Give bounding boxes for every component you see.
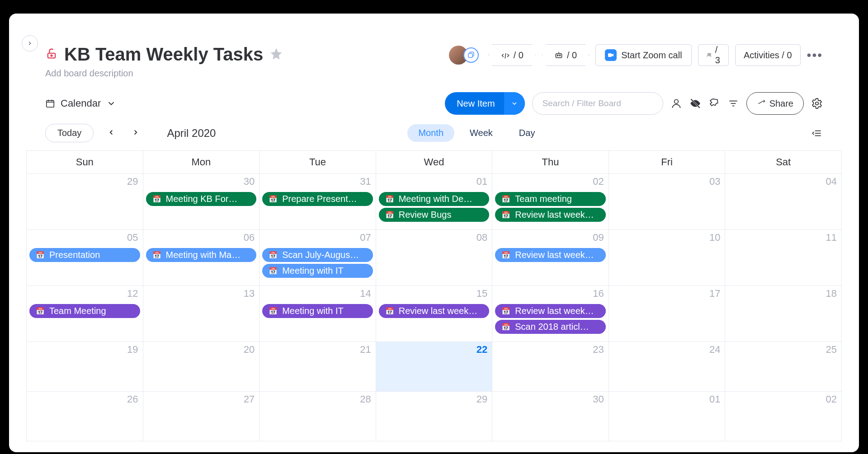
calendar-event[interactable]: 📅Review last week… [379,304,490,318]
day-number: 30 [244,176,255,187]
automations-button[interactable]: / 0 [542,44,589,66]
calendar-event[interactable]: 📅Prepare Present… [262,192,373,206]
settings-icon[interactable] [811,98,823,109]
calendar-cell[interactable]: 06📅Meeting with Ma… [143,230,260,286]
calendar-event[interactable]: 📅Review last week… [495,248,606,262]
board-owner[interactable] [449,46,479,65]
calendar-event[interactable]: 📅Meeting with De… [379,192,490,206]
day-number: 06 [244,232,255,243]
today-button[interactable]: Today [45,124,94,142]
view-tab-month[interactable]: Month [407,124,454,142]
event-label: Prepare Present… [282,194,357,204]
calendar-cell[interactable]: 16📅Review last week…📅Scan 2018 articl… [492,286,609,342]
calendar-cell[interactable]: 07📅Scan July-Augus…📅Meeting with IT [259,230,376,286]
calendar-event[interactable]: 📅Meeting with IT [262,264,373,278]
pin-icon[interactable] [708,98,720,109]
calendar-event[interactable]: 📅Team meeting [495,192,606,206]
day-number: 03 [709,176,720,187]
calendar-cell[interactable]: 08 [376,230,493,286]
calendar-event[interactable]: 📅Review Bugs [379,208,490,222]
calendar-cell[interactable]: 04 [725,174,842,230]
view-selector[interactable]: Calendar [45,98,116,109]
calendar-event[interactable]: 📅Review last week… [495,304,606,318]
day-number: 15 [476,288,487,300]
calendar-cell[interactable]: 14📅Meeting with IT [259,286,376,342]
filter-icon[interactable] [727,98,739,109]
calendar-cell[interactable]: 23 [492,342,609,392]
calendar-cell[interactable]: 12📅Team Meeting [27,286,143,342]
calendar-cell[interactable]: 22 [376,342,493,392]
calendar-cell[interactable]: 30 [492,392,609,441]
event-calendar-icon: 📅 [36,307,45,315]
calendar-cell[interactable]: 26 [27,392,143,441]
calendar-event[interactable]: 📅Scan 2018 articl… [495,320,606,334]
calendar-event[interactable]: 📅Meeting KB For… [146,192,257,206]
calendar-cell[interactable]: 19 [27,342,143,392]
calendar-cell[interactable]: 10 [609,230,726,286]
hide-icon[interactable] [689,98,701,109]
chevron-down-icon [106,98,116,108]
calendar-cell[interactable]: 31📅Prepare Present… [259,174,376,230]
calendar-cell[interactable]: 02📅Team meeting📅Review last week… [492,174,609,230]
calendar-cell[interactable]: 13 [143,286,260,342]
calendar-cell[interactable]: 25 [725,342,842,392]
calendar-cell[interactable]: 29 [27,174,143,230]
calendar-cell[interactable]: 17 [609,286,726,342]
board-title[interactable]: KB Team Weekly Tasks [64,44,263,65]
new-item-button[interactable]: New Item [445,92,524,115]
day-number: 11 [826,232,837,243]
event-calendar-icon: 📅 [152,251,161,259]
calendar-cell[interactable]: 27 [143,392,260,441]
calendar-cell[interactable]: 20 [143,342,260,392]
event-calendar-icon: 📅 [501,195,510,203]
search-input[interactable] [532,92,663,115]
calendar-cell[interactable]: 24 [609,342,726,392]
event-label: Scan 2018 articl… [515,322,589,332]
integrations-button[interactable]: / 0 [489,44,536,66]
calendar-cell[interactable]: 11 [725,230,842,286]
view-tab-week[interactable]: Week [459,124,504,142]
activities-button[interactable]: Activities / 0 [735,44,801,66]
star-icon[interactable] [269,47,283,62]
calendar-cell[interactable]: 29 [376,392,493,441]
calendar-cell[interactable]: 01📅Meeting with De…📅Review Bugs [376,174,493,230]
calendar-cell[interactable]: 03 [609,174,726,230]
day-number: 26 [127,393,138,405]
calendar-event[interactable]: 📅Presentation [29,248,140,262]
new-item-dropdown[interactable] [504,92,525,115]
expand-sidebar-button[interactable] [22,35,38,51]
calendar-cell[interactable]: 18 [725,286,842,342]
calendar-cell[interactable]: 21 [259,342,376,392]
calendar-cell[interactable]: 01 [609,392,726,441]
calendar-cell[interactable]: 09📅Review last week… [492,230,609,286]
calendar-event[interactable]: 📅Meeting with Ma… [146,248,257,262]
share-button[interactable]: Share [746,92,804,115]
calendar-event[interactable]: 📅Scan July-Augus… [262,248,373,262]
collapse-panel-icon[interactable] [811,127,823,139]
board-description[interactable]: Add board description [45,68,449,79]
calendar-event[interactable]: 📅Team Meeting [29,304,140,318]
board-members-button[interactable]: / 3 [698,44,729,66]
view-tab-day[interactable]: Day [508,124,546,142]
calendar-cell[interactable]: 28 [259,392,376,441]
day-number: 10 [709,232,720,243]
day-number: 09 [593,232,604,243]
calendar-event[interactable]: 📅Meeting with IT [262,304,373,318]
person-filter-button[interactable] [670,98,682,109]
calendar-cell[interactable]: 05📅Presentation [27,230,143,286]
event-calendar-icon: 📅 [152,195,161,203]
prev-month-button[interactable] [104,126,118,141]
next-month-button[interactable] [129,126,142,141]
calendar-cell[interactable]: 15📅Review last week… [376,286,493,342]
calendar-event[interactable]: 📅Review last week… [495,208,606,222]
event-label: Review Bugs [399,210,452,220]
event-calendar-icon: 📅 [269,267,278,275]
start-zoom-button[interactable]: Start Zoom call [595,44,691,66]
svg-rect-2 [468,53,472,57]
event-calendar-icon: 📅 [385,211,394,219]
calendar-cell[interactable]: 30📅Meeting KB For… [143,174,260,230]
event-label: Scan July-Augus… [282,250,359,260]
copy-link-icon[interactable] [463,47,479,63]
more-menu-button[interactable]: ••• [807,48,823,62]
calendar-cell[interactable]: 02 [725,392,842,441]
